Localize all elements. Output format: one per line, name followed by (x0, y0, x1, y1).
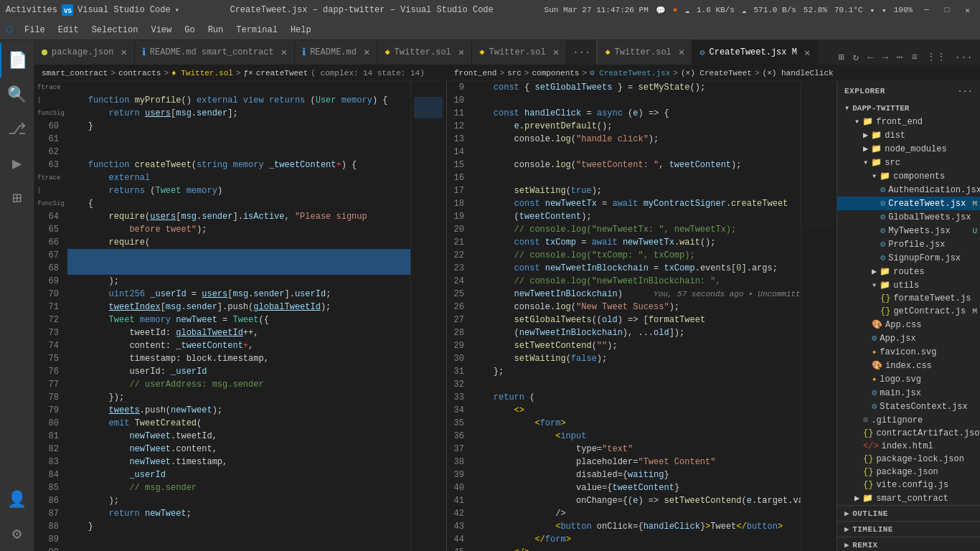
activity-run[interactable]: ▶ (0, 146, 34, 181)
folder-icon-node: 📁 (871, 143, 882, 154)
tab-package-json[interactable]: package.json ✕ (34, 40, 135, 65)
activity-settings[interactable]: ⚙ (0, 517, 34, 551)
activity-explorer[interactable]: 📄 (0, 43, 34, 77)
tab-twitter-sol-1[interactable]: ◆ Twitter.sol ✕ (377, 40, 472, 65)
close-button[interactable]: ✕ (961, 6, 974, 15)
tab-twitter-sol-2[interactable]: ◆ Twitter.sol ✕ (472, 40, 567, 65)
explorer-components[interactable]: ▾ 📁 components (837, 169, 980, 183)
explorer-file-statescontext[interactable]: ⚙ StatesContext.jsx (837, 400, 980, 413)
explorer-file-logo-svg[interactable]: ✦ logo.svg (837, 372, 980, 386)
explorer-file-index-html[interactable]: </> index.html (837, 440, 980, 453)
explorer-file-contract-artifact[interactable]: {} contractArtifact.json (837, 427, 980, 440)
cpu: 52.8% (804, 6, 827, 14)
menu-view[interactable]: View (145, 23, 177, 37)
explorer-front-end[interactable]: ▾ 📁 front_end (837, 115, 980, 128)
split-editor-icon[interactable]: ⊞ (835, 50, 847, 65)
activity-accounts[interactable]: 👤 (0, 482, 34, 517)
code-line: { (67, 197, 410, 210)
tab-package-json-close[interactable]: ✕ (121, 46, 126, 58)
explorer-file-package-lock[interactable]: {} package-lock.json (837, 453, 980, 466)
outline-section[interactable]: ▶ OUTLINE (837, 505, 980, 521)
mytweets-label: MyTweets.jsx (888, 226, 950, 236)
more-tabs-button[interactable]: ··· (567, 40, 596, 65)
timeline-section[interactable]: ▶ TIMELINE (837, 521, 980, 537)
explorer-file-app-jsx[interactable]: ⚙ App.jsx (837, 331, 980, 345)
toolbar-icon-3[interactable]: ← (864, 50, 876, 65)
explorer-file-createtweet[interactable]: ⚙ CreateTweet.jsx M (837, 197, 980, 210)
code-line: uint256 _userId = users[msg.sender].user… (67, 288, 410, 301)
js-icon-vite: {} (863, 480, 873, 490)
explorer-file-mytweets[interactable]: ⚙ MyTweets.jsx U (837, 224, 980, 237)
toolbar-icon-2[interactable]: ↻ (850, 50, 862, 65)
explorer-file-package-json[interactable]: {} package.json (837, 466, 980, 479)
jsx-icon-app: ⚙ (872, 333, 877, 344)
explorer-more-icon[interactable]: ··· (958, 87, 973, 95)
toolbar-icon-5[interactable]: ⋯ (894, 50, 905, 65)
explorer-file-formatetweet[interactable]: {} formateTweet.js (837, 292, 980, 305)
tab-toolbar: ⊞ ↻ ← → ⋯ ≡ ⋮⋮ ··· (835, 50, 980, 65)
tab-readme-md[interactable]: ℹ README.md ✕ (295, 40, 377, 65)
tab-readme-smart-contract[interactable]: ℹ README.md smart_contract ✕ (135, 40, 295, 65)
minimize-button[interactable]: ─ (920, 6, 933, 14)
tab-twitter-sol-right[interactable]: ◆ Twitter.sol ✕ (596, 40, 692, 65)
src-label: src (885, 158, 900, 168)
menu-go[interactable]: Go (179, 23, 200, 37)
formatetweet-label: formateTweet.js (893, 293, 971, 303)
explorer-file-index-css[interactable]: 🎨 index.css (837, 359, 980, 372)
tab-twitter-sol-1-close[interactable]: ✕ (458, 46, 464, 58)
explorer-file-vite-config[interactable]: {} vite.config.js (837, 479, 980, 491)
toolbar-icon-7[interactable]: ⋮⋮ (923, 50, 949, 65)
activity-search[interactable]: 🔍 (0, 77, 34, 112)
explorer-dapp-twitter[interactable]: ▾ DAPP-TWITTER (837, 101, 980, 115)
explorer-smart-contract[interactable]: ▶ 📁 smart_contract (837, 491, 980, 505)
index-html-label: index.html (882, 441, 933, 451)
code-line-r: // console.log("newTweetTx: ", newTweetT… (473, 223, 801, 236)
folder-icon-src: 📁 (871, 157, 882, 168)
menu-help[interactable]: Help (285, 23, 317, 37)
explorer-file-authendication[interactable]: ⚙ Authendication.jsx (837, 183, 980, 197)
jsx-icon-profile: ⚙ (880, 239, 885, 250)
tab-readme-sc-close[interactable]: ✕ (281, 46, 287, 58)
explorer-node-modules[interactable]: ▶ 📁 node_modules (837, 142, 980, 156)
explorer-file-getcontract[interactable]: {} getContract.js M (837, 305, 980, 318)
explorer-file-main-jsx[interactable]: ⚙ main.jsx (837, 386, 980, 400)
menu-edit[interactable]: Edit (52, 23, 85, 37)
activity-source-control[interactable]: ⎇ (0, 112, 34, 146)
tab-readme-sc-label: README.md smart_contract (150, 47, 274, 57)
toolbar-icon-8[interactable]: ··· (952, 50, 976, 65)
remix-section[interactable]: ▶ REMIX (837, 537, 980, 551)
code-line: // msg.sender (67, 481, 410, 494)
toolbar-icon-6[interactable]: ≡ (908, 50, 920, 65)
breadcrumb-left: smart_contract > contracts > ♦ Twitter.s… (34, 65, 447, 81)
datetime: Sun Mar 27 11:47:26 PM (545, 6, 649, 14)
code-line-r: // console.log("txComp: ", txComp); (473, 249, 801, 262)
explorer-file-favicon[interactable]: ✦ favicon.svg (837, 345, 980, 359)
menu-terminal[interactable]: Terminal (230, 23, 283, 37)
tab-twitter-sol-2-close[interactable]: ✕ (553, 46, 559, 58)
menu-file[interactable]: File (19, 23, 51, 37)
explorer-src[interactable]: ▾ 📁 src (837, 156, 980, 169)
activities-label[interactable]: Activities (6, 5, 57, 15)
menu-run[interactable]: Run (202, 23, 230, 37)
toolbar-icon-4[interactable]: → (880, 50, 891, 65)
explorer-file-profile[interactable]: ⚙ Profile.jsx (837, 237, 980, 251)
explorer-file-gitignore[interactable]: ⊙ .gitignore (837, 413, 980, 427)
code-line-r: placeholder="Tweet Content" (473, 456, 801, 468)
maximize-button[interactable]: □ (941, 6, 954, 14)
activity-extensions[interactable]: ⊞ (0, 181, 34, 215)
explorer-dist[interactable]: ▶ 📁 dist (837, 128, 980, 142)
menu-selection[interactable]: Selection (86, 23, 144, 37)
ftrace-label-2: ftrace | funcSig (34, 171, 59, 210)
explorer-utils[interactable]: ▾ 📁 utils (837, 278, 980, 292)
explorer-file-signupform[interactable]: ⚙ SignupForm.jsx (837, 251, 980, 265)
tab-createtweet[interactable]: ⚙ CreateTweet.jsx M ✕ (692, 40, 818, 65)
js-icon-getcontract: {} (880, 306, 890, 316)
explorer-file-globaltweets[interactable]: ⚙ GlobalTweets.jsx (837, 210, 980, 224)
explorer-file-app-css[interactable]: 🎨 App.css (837, 318, 980, 331)
tab-readme-close[interactable]: ✕ (364, 46, 369, 58)
explorer-routes[interactable]: ▶ 📁 routes (837, 265, 980, 278)
outline-label: OUTLINE (852, 509, 888, 518)
tab-twitter-sol-right-label: Twitter.sol (615, 47, 672, 57)
tab-createtweet-close[interactable]: ✕ (804, 47, 810, 59)
tab-twitter-sol-right-close[interactable]: ✕ (679, 46, 684, 58)
